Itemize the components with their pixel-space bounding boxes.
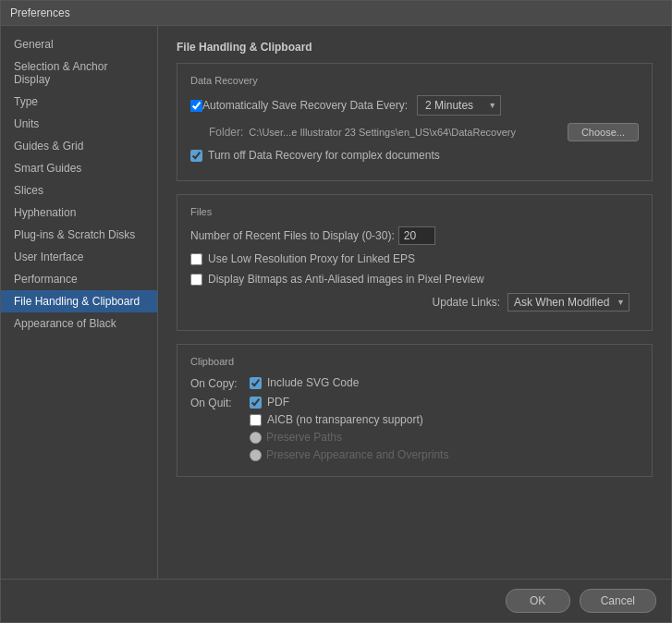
- sidebar-item-general[interactable]: General: [1, 33, 157, 55]
- turn-off-row: Turn off Data Recovery for complex docum…: [190, 149, 639, 162]
- main-panel: File Handling & Clipboard Data Recovery …: [158, 26, 671, 579]
- data-recovery-group: Data Recovery Automatically Save Recover…: [177, 63, 653, 181]
- low-res-label: Use Low Resolution Proxy for Linked EPS: [208, 252, 415, 265]
- content-area: General Selection & Anchor Display Type …: [1, 26, 671, 579]
- update-links-select[interactable]: Ask When Modified Automatically Manually: [507, 293, 629, 312]
- choose-button[interactable]: Choose...: [568, 123, 639, 141]
- on-copy-row: On Copy: Include SVG Code: [190, 376, 639, 390]
- sidebar-item-selection-anchor[interactable]: Selection & Anchor Display: [1, 55, 157, 91]
- pdf-checkbox[interactable]: [250, 397, 262, 409]
- include-svg-label: Include SVG Code: [267, 376, 359, 389]
- aicb-row: AICB (no transparency support): [250, 413, 448, 426]
- preserve-paths-row: Preserve Paths: [250, 431, 448, 444]
- sidebar: General Selection & Anchor Display Type …: [1, 26, 158, 579]
- sidebar-item-slices[interactable]: Slices: [1, 179, 157, 202]
- ok-button[interactable]: OK: [506, 589, 570, 613]
- on-copy-options: Include SVG Code: [250, 376, 359, 389]
- folder-path: C:\User...e Illustrator 23 Settings\en_U…: [249, 127, 558, 138]
- folder-label: Folder:: [209, 126, 243, 139]
- spacer: [177, 490, 653, 564]
- minutes-select-wrapper: 1 Minute 2 Minutes 5 Minutes 10 Minutes …: [417, 95, 501, 116]
- turn-off-label: Turn off Data Recovery for complex docum…: [208, 149, 440, 162]
- clipboard-group: Clipboard On Copy: Include SVG Code On Q…: [177, 344, 653, 477]
- sidebar-item-file-handling[interactable]: File Handling & Clipboard: [1, 290, 157, 312]
- recent-files-label: Number of Recent Files to Display (0-30)…: [190, 229, 395, 242]
- bitmaps-checkbox[interactable]: [190, 274, 202, 286]
- update-links-select-wrapper: Ask When Modified Automatically Manually: [507, 293, 629, 312]
- folder-row: Folder: C:\User...e Illustrator 23 Setti…: [190, 123, 639, 141]
- pdf-label: PDF: [267, 396, 289, 409]
- sidebar-item-plugins[interactable]: Plug-ins & Scratch Disks: [1, 224, 157, 246]
- aicb-checkbox[interactable]: [250, 414, 262, 426]
- sidebar-item-hyphenation[interactable]: Hyphenation: [1, 202, 157, 224]
- low-res-checkbox[interactable]: [190, 253, 202, 265]
- preferences-window: Preferences General Selection & Anchor D…: [0, 0, 672, 623]
- auto-save-label: Automatically Save Recovery Data Every:: [202, 99, 408, 112]
- sidebar-item-guides-grid[interactable]: Guides & Grid: [1, 135, 157, 157]
- preserve-paths-radio[interactable]: [250, 432, 262, 444]
- on-quit-row: On Quit: PDF AICB (no transparency suppo…: [190, 396, 639, 461]
- recent-files-row: Number of Recent Files to Display (0-30)…: [190, 226, 639, 245]
- data-recovery-label: Data Recovery: [190, 75, 639, 86]
- aicb-label: AICB (no transparency support): [267, 413, 423, 426]
- auto-save-checkbox[interactable]: [190, 100, 202, 112]
- footer: OK Cancel: [1, 579, 671, 622]
- update-links-label: Update Links:: [433, 296, 500, 309]
- files-label: Files: [190, 206, 639, 217]
- sidebar-item-type[interactable]: Type: [1, 91, 157, 113]
- update-links-row: Update Links: Ask When Modified Automati…: [190, 293, 639, 312]
- bitmaps-row: Display Bitmaps as Anti-Aliased images i…: [190, 273, 639, 286]
- auto-save-row: Automatically Save Recovery Data Every: …: [190, 95, 639, 116]
- bitmaps-label: Display Bitmaps as Anti-Aliased images i…: [208, 273, 484, 286]
- include-svg-row: Include SVG Code: [250, 376, 359, 389]
- on-copy-label: On Copy:: [190, 376, 250, 390]
- cancel-button[interactable]: Cancel: [580, 589, 656, 613]
- pdf-row: PDF: [250, 396, 448, 409]
- recent-files-input[interactable]: [398, 226, 435, 245]
- low-res-row: Use Low Resolution Proxy for Linked EPS: [190, 252, 639, 265]
- sidebar-item-user-interface[interactable]: User Interface: [1, 246, 157, 268]
- window-title: Preferences: [10, 6, 70, 19]
- turn-off-checkbox[interactable]: [190, 150, 202, 162]
- sidebar-item-smart-guides[interactable]: Smart Guides: [1, 157, 157, 179]
- preserve-appearance-label: Preserve Appearance and Overprints: [266, 448, 448, 461]
- preserve-appearance-radio[interactable]: [250, 449, 262, 461]
- preserve-appearance-row: Preserve Appearance and Overprints: [250, 448, 448, 461]
- section-title: File Handling & Clipboard: [177, 41, 653, 54]
- minutes-select[interactable]: 1 Minute 2 Minutes 5 Minutes 10 Minutes …: [417, 95, 501, 116]
- on-quit-options: PDF AICB (no transparency support) Prese…: [250, 396, 448, 461]
- include-svg-checkbox[interactable]: [250, 377, 262, 389]
- title-bar: Preferences: [1, 1, 671, 26]
- clipboard-label: Clipboard: [190, 356, 639, 367]
- sidebar-item-appearance-black[interactable]: Appearance of Black: [1, 312, 157, 335]
- sidebar-item-units[interactable]: Units: [1, 113, 157, 135]
- sidebar-item-performance[interactable]: Performance: [1, 268, 157, 290]
- on-quit-label: On Quit:: [190, 396, 250, 409]
- preserve-paths-label: Preserve Paths: [266, 431, 342, 444]
- files-group: Files Number of Recent Files to Display …: [177, 194, 653, 331]
